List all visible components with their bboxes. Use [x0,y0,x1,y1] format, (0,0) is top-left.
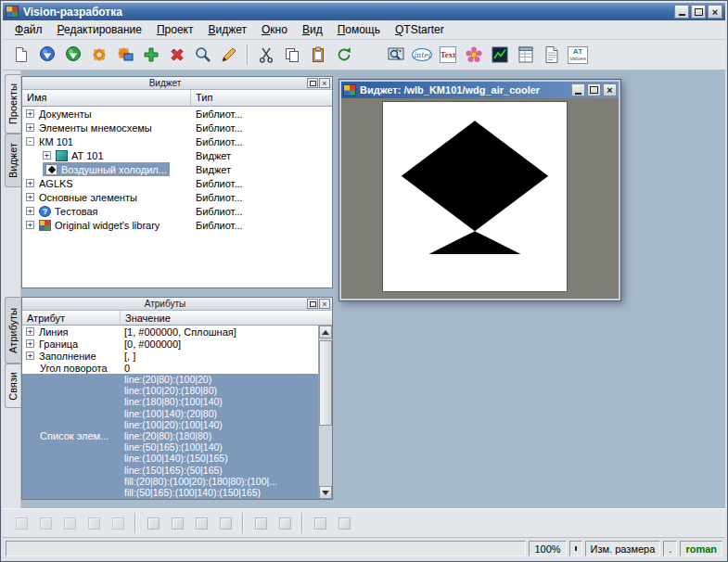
widget-editor-window[interactable]: Виджет: /wlb_KM101/wdg_air_cooler [338,79,621,301]
element-list-row-selected[interactable]: Список элем... line:(20|80):(100|20) lin… [22,374,318,499]
title-bar[interactable]: Vision-разработка [3,3,725,20]
minimize-button[interactable] [674,5,689,19]
widget-view-button[interactable] [190,42,216,68]
attribute-row[interactable]: +Заполнение [, ] [22,350,318,362]
widget-editor-title: Виджет: /wlb_KM101/wdg_air_cooler [360,84,569,96]
document-element-button[interactable] [539,42,565,68]
reload-button[interactable] [331,42,357,68]
tab-widget[interactable]: Виджет [5,134,20,187]
expander-icon[interactable]: - [26,137,34,146]
cut-button[interactable] [253,42,279,68]
edit-mode-indicator[interactable]: Изм. размера [585,541,661,556]
table-row-selected[interactable]: Воздушный холодил... Виджет [22,162,332,176]
expander-icon[interactable]: + [26,193,34,201]
menu-edit[interactable]: Редактирование [50,21,149,38]
table-row[interactable]: -КМ 101 Библиот... [22,134,332,148]
menu-project[interactable]: Проект [149,21,201,38]
align-left-button [141,511,165,535]
table-row[interactable]: +Основные элементы Библиот... [22,190,332,204]
maximize-button[interactable] [691,5,706,19]
expander-icon[interactable]: + [43,151,51,160]
element-line: line:(180|80):(100|140) [124,396,318,407]
attribute-value: 0 [121,363,318,374]
table-row[interactable]: +АТ 101 Виджет [22,148,332,162]
diagram-element-icon [491,45,509,64]
widget-name: Воздушный холодил... [61,164,167,175]
protocol-element-button[interactable] [513,42,539,68]
current-user[interactable]: roman [680,541,722,556]
paste-button[interactable] [305,42,331,68]
widget-panel-close-button[interactable] [319,78,330,88]
menu-qtstarter[interactable]: QTStarter [388,21,452,38]
tab-projects[interactable]: Проекты [5,74,20,134]
attributes-panel-float-button[interactable] [307,299,318,309]
menu-view[interactable]: Вид [295,21,330,38]
widget-libraries-button[interactable] [86,42,112,68]
up-level-button [57,511,82,535]
menu-help[interactable]: Помощь [330,21,388,38]
child-minimize-button[interactable] [571,83,585,96]
column-header-name[interactable]: Имя [22,90,191,106]
tab-links[interactable]: Связи [5,364,20,408]
scroll-down-button[interactable] [319,486,332,499]
widget-editor-titlebar[interactable]: Виджет: /wlb_KM101/wdg_air_cooler [341,82,619,98]
widget-panel-float-button[interactable] [307,78,318,88]
menu-file[interactable]: Файл [7,21,50,38]
table-row[interactable]: +Тестовая Библиот... [22,204,332,218]
delete-widget-button[interactable] [164,42,190,68]
close-icon [712,6,718,19]
diagram-element-button[interactable] [487,42,513,68]
window-title: Vision-разработка [23,6,672,19]
widget-canvas[interactable] [382,101,568,292]
expander-icon[interactable]: + [26,339,34,348]
load-from-db-button[interactable] [34,42,60,68]
attributes-panel-close-button[interactable] [319,299,330,309]
close-button[interactable] [708,5,722,19]
at-values-element-button[interactable]: АТValues [565,42,591,68]
expander-icon[interactable]: + [26,351,34,360]
menu-widget[interactable]: Виджет [200,21,254,38]
run-view-button[interactable] [383,42,409,68]
column-header-attribute[interactable]: Атрибут [22,311,121,325]
widget-edit-button[interactable] [216,42,242,68]
scrollbar-thumb[interactable] [319,340,332,426]
table-row[interactable]: +Original widget's library Библиот... [22,218,332,232]
scroll-up-button[interactable] [319,326,332,338]
child-close-button[interactable] [603,83,617,96]
zoom-level[interactable]: 100% [529,541,566,556]
attribute-row[interactable]: Угол поворота 0 [22,362,318,374]
expander-icon[interactable]: + [26,221,34,229]
text-element-button[interactable]: Text [435,42,461,68]
column-header-value[interactable]: Значение [121,311,332,325]
attribute-row[interactable]: +Граница [0, #000000] [22,338,318,350]
expander-icon[interactable]: + [26,327,34,336]
menu-window[interactable]: Окно [254,21,295,38]
expander-icon[interactable]: + [26,109,34,118]
table-row[interactable]: +Документы Библиот... [22,107,332,121]
expander-icon[interactable]: + [26,123,34,132]
child-maximize-button[interactable] [587,83,601,96]
mnemo-elements-button[interactable] [112,42,138,68]
float-icon [310,301,316,307]
widget-panel-titlebar[interactable]: Виджет [22,77,332,90]
save-to-db-button[interactable] [60,42,86,68]
media-element-button[interactable] [461,42,487,68]
new-widget-button[interactable] [8,42,34,68]
element-line: line:(150|165):(50|165) [124,465,318,476]
copy-button[interactable] [279,42,305,68]
attribute-row[interactable]: +Линия [1, #000000, Сплошная] [22,326,318,338]
style-indicator[interactable]: . [663,541,677,556]
table-row[interactable]: +Элементы мнемосхемы Библиот... [22,121,332,134]
column-header-type[interactable]: Тип [191,90,332,106]
add-widget-button[interactable] [138,42,164,68]
form-elements-button[interactable]: intel [409,42,435,68]
attributes-scrollbar[interactable] [318,326,332,499]
attributes-panel-titlebar[interactable]: Атрибуты [22,298,332,311]
align-v-center-icon [255,517,267,530]
expander-icon[interactable]: + [26,179,34,187]
expander-icon[interactable]: + [26,207,34,215]
element-line: line:(20|80):(100|20) [124,374,318,385]
tab-attributes[interactable]: Атрибуты [5,297,20,364]
attribute-value: [0, #000000] [121,338,318,350]
table-row[interactable]: +AGLKS Библиот... [22,176,332,190]
